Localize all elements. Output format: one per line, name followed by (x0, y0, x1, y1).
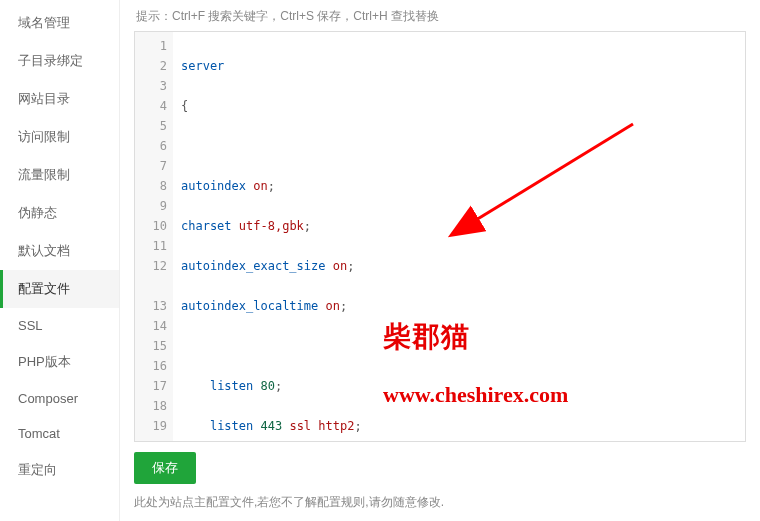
sidebar-item-phpver[interactable]: PHP版本 (0, 343, 119, 381)
sidebar-item-redirect[interactable]: 重定向 (0, 451, 119, 489)
sidebar-item-rewrite[interactable]: 伪静态 (0, 194, 119, 232)
sidebar-item-domain[interactable]: 域名管理 (0, 4, 119, 42)
sidebar-item-subdir[interactable]: 子目录绑定 (0, 42, 119, 80)
sidebar-item-composer[interactable]: Composer (0, 381, 119, 416)
code-area[interactable]: server { autoindex on; charset utf-8,gbk… (173, 32, 745, 441)
code-editor[interactable]: 123456789101112131415161718192021 server… (134, 31, 746, 442)
sidebar-item-accesslimit[interactable]: 访问限制 (0, 118, 119, 156)
editor-hint: 提示：Ctrl+F 搜索关键字，Ctrl+S 保存，Ctrl+H 查找替换 (134, 8, 746, 25)
main-panel: 提示：Ctrl+F 搜索关键字，Ctrl+S 保存，Ctrl+H 查找替换 12… (120, 0, 760, 521)
sidebar-item-defaultdoc[interactable]: 默认文档 (0, 232, 119, 270)
line-gutter: 123456789101112131415161718192021 (135, 32, 173, 441)
sidebar-item-trafficlimit[interactable]: 流量限制 (0, 156, 119, 194)
sidebar-item-config[interactable]: 配置文件 (0, 270, 119, 308)
sidebar-item-tomcat[interactable]: Tomcat (0, 416, 119, 451)
footer-note: 此处为站点主配置文件,若您不了解配置规则,请勿随意修改. (134, 494, 746, 511)
sidebar-item-webdir[interactable]: 网站目录 (0, 80, 119, 118)
sidebar-item-ssl[interactable]: SSL (0, 308, 119, 343)
save-button[interactable]: 保存 (134, 452, 196, 484)
sidebar: 域名管理 子目录绑定 网站目录 访问限制 流量限制 伪静态 默认文档 配置文件 … (0, 0, 120, 521)
